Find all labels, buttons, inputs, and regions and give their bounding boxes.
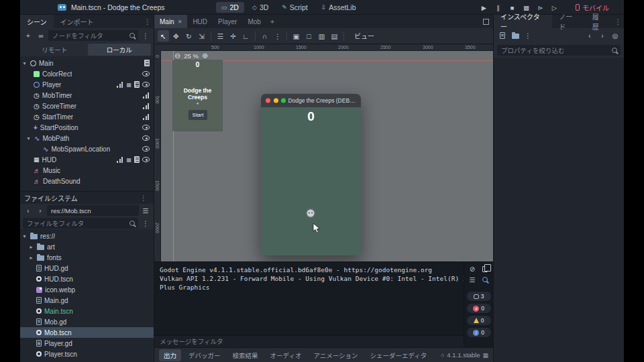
group-icon[interactable] — [126, 82, 131, 88]
scene-tab-hud[interactable]: HUD — [187, 15, 213, 28]
dock-menu-icon[interactable] — [138, 194, 150, 202]
visibility-eye-icon[interactable] — [142, 135, 150, 141]
tree-row[interactable]: MobPath — [20, 133, 154, 143]
history-back-icon[interactable] — [584, 30, 595, 41]
ungroup-node-icon[interactable] — [329, 30, 340, 42]
zoom-level[interactable]: 25 % — [184, 52, 199, 60]
tree-row[interactable]: ColorRect — [20, 68, 154, 79]
scale-tool-icon[interactable] — [196, 30, 207, 42]
fs-row-selected[interactable]: Mob.tscn — [20, 327, 154, 338]
tree-row[interactable]: StartPosition — [20, 122, 154, 133]
script-icon[interactable] — [144, 60, 150, 66]
tab-shader-editor[interactable]: シェーダーエディタ — [366, 349, 432, 361]
maximize-window-icon[interactable] — [281, 99, 286, 103]
tree-row[interactable]: MobTimer — [20, 90, 154, 101]
visibility-eye-icon[interactable] — [142, 125, 150, 130]
sort-options-icon[interactable] — [140, 218, 151, 229]
load-resource-icon[interactable] — [512, 34, 519, 39]
wrap-lines-icon[interactable] — [468, 276, 476, 284]
tab-scene[interactable]: シーン — [20, 15, 54, 28]
tab-output[interactable]: 出力 — [159, 349, 181, 361]
visibility-eye-icon[interactable] — [142, 157, 150, 162]
tab-debugger[interactable]: デバッガー — [184, 349, 225, 361]
tree-row[interactable]: Main — [20, 58, 154, 68]
snap-toggle-icon[interactable] — [259, 30, 270, 42]
running-game-window[interactable]: Dodge the Creeps (DEB… 0 — [261, 94, 361, 255]
output-console[interactable]: Godot Engine v4.1.1.stable.official.bd6a… — [154, 262, 464, 335]
tab-import[interactable]: インポート — [54, 15, 101, 28]
signal-icon[interactable] — [117, 82, 123, 88]
visibility-eye-icon[interactable] — [142, 146, 150, 152]
close-tab-icon[interactable] — [178, 19, 182, 25]
fs-row[interactable]: HUD.tscn — [20, 274, 154, 284]
fs-row[interactable]: res:// — [20, 231, 154, 241]
unlock-node-icon[interactable] — [303, 30, 315, 42]
workspace-2d-button[interactable]: 2D — [216, 2, 244, 13]
view-menu-button[interactable]: ビュー — [350, 31, 378, 41]
node-filter-input[interactable] — [48, 30, 138, 41]
tab-history[interactable]: 履歴 — [586, 15, 612, 28]
expand-arrow-icon[interactable] — [28, 255, 34, 261]
visibility-eye-icon[interactable] — [142, 82, 150, 87]
tree-row[interactable]: HUD — [20, 154, 154, 165]
signal-icon[interactable] — [143, 93, 150, 99]
tree-row[interactable]: MobSpawnLocation — [20, 143, 154, 154]
fs-row[interactable]: Main.gd — [20, 295, 154, 306]
fs-row[interactable]: icon.webp — [20, 284, 154, 295]
remote-button[interactable]: リモート — [23, 44, 87, 56]
game-window-titlebar[interactable]: Dodge the Creeps (DEB… — [261, 94, 361, 107]
message-filter-input[interactable] — [156, 337, 462, 347]
messages-count-badge[interactable]: 3 — [467, 292, 491, 301]
current-path[interactable]: res://Mob.tscn — [47, 205, 139, 216]
new-resource-icon[interactable] — [500, 32, 505, 39]
signal-icon[interactable] — [143, 114, 150, 120]
2d-viewport[interactable]: 500 1000 1500 2000 2500 3000 3500 0 500 … — [154, 44, 493, 261]
workspace-3d-button[interactable]: 3D — [247, 2, 274, 13]
snap-options-icon[interactable] — [272, 30, 283, 42]
group-icon[interactable] — [126, 157, 131, 163]
fs-row[interactable]: HUD.gd — [20, 263, 154, 274]
move-tool-icon[interactable] — [170, 30, 182, 42]
lock-node-icon[interactable] — [290, 30, 302, 42]
script-icon[interactable] — [134, 81, 140, 88]
tab-animation[interactable]: アニメーション — [309, 349, 362, 361]
nav-forward-icon[interactable] — [35, 205, 46, 216]
search-output-icon[interactable] — [482, 277, 488, 282]
file-filter-input[interactable] — [23, 218, 138, 229]
zoom-in-button[interactable] — [202, 52, 208, 60]
collapse-arrow-icon[interactable] — [21, 60, 28, 66]
info-count-badge[interactable]: 0 — [467, 328, 491, 337]
minimize-window-icon[interactable] — [274, 99, 278, 103]
object-pin-icon[interactable] — [610, 30, 621, 41]
workspace-assetlib-button[interactable]: AssetLib — [316, 2, 362, 13]
tab-inspector[interactable]: インスペクター — [494, 15, 552, 28]
errors-count-badge[interactable]: 0 — [467, 304, 491, 313]
dock-menu-icon[interactable] — [142, 15, 154, 28]
group-node-icon[interactable] — [316, 30, 327, 42]
rotate-tool-icon[interactable] — [183, 30, 195, 42]
nav-back-icon[interactable] — [23, 205, 34, 216]
workspace-script-button[interactable]: Script — [276, 2, 313, 13]
resource-options-icon[interactable] — [523, 30, 533, 41]
tree-row[interactable]: ScoreTimer — [20, 101, 154, 111]
warnings-count-badge[interactable]: 0 — [467, 316, 491, 325]
expand-arrow-icon[interactable] — [28, 244, 34, 250]
local-button[interactable]: ローカル — [88, 44, 152, 56]
close-window-icon[interactable] — [266, 99, 270, 103]
property-filter-input[interactable] — [497, 45, 621, 56]
fs-row[interactable]: Player.gd — [20, 338, 154, 349]
tree-row[interactable]: Player — [20, 79, 154, 90]
list-select-icon[interactable] — [215, 30, 226, 42]
new-scene-tab-button[interactable] — [266, 15, 278, 28]
collapse-arrow-icon[interactable] — [25, 135, 32, 141]
signal-icon[interactable] — [143, 103, 150, 109]
add-node-button[interactable] — [23, 30, 34, 41]
tab-node[interactable]: ノード — [552, 15, 585, 28]
scene-tab-main[interactable]: Main — [154, 15, 187, 28]
tab-search-results[interactable]: 検索結果 — [228, 349, 263, 361]
script-icon[interactable] — [134, 156, 140, 163]
split-mode-icon[interactable] — [140, 205, 151, 216]
panel-grid-icon[interactable] — [482, 352, 488, 359]
visibility-eye-icon[interactable] — [142, 71, 150, 76]
pivot-tool-icon[interactable] — [227, 30, 239, 42]
